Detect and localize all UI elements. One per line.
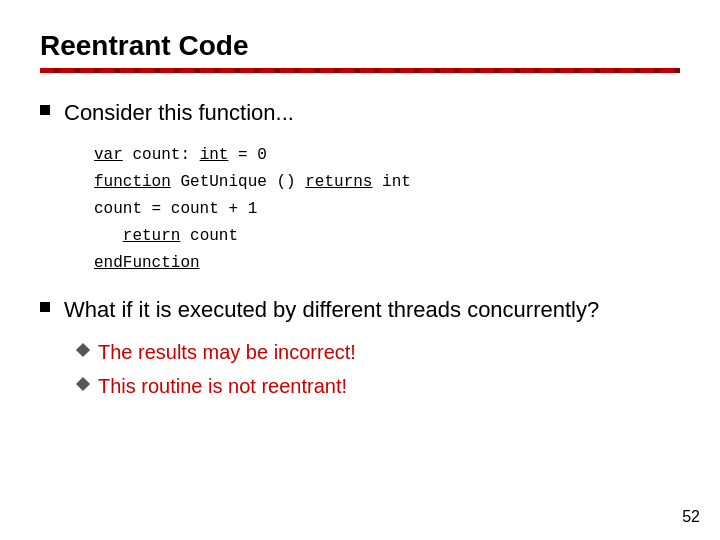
diamond-icon-2 [76,377,90,391]
sub-bullet-2: This routine is not reentrant! [78,372,680,400]
code-line-4: return count [94,223,680,250]
code-return-keyword: return [123,227,181,245]
sub-bullet-1: The results may be incorrect! [78,338,680,366]
code-int-keyword: int [200,146,229,164]
code-line-5: endFunction [94,250,680,277]
main-bullet-2: What if it is executed by different thre… [40,296,680,325]
main-bullet-1: Consider this function... [40,99,680,128]
sub-bullet-2-text: This routine is not reentrant! [98,372,347,400]
code-indent [94,227,113,245]
code-line-3: count = count + 1 [94,196,680,223]
code-function-keyword: function [94,173,171,191]
sub-bullets-list: The results may be incorrect! This routi… [78,338,680,400]
bullet-square-icon [40,105,50,115]
code-endfunction-keyword: endFunction [94,254,200,272]
slide-title: Reentrant Code [40,30,680,62]
bullet-square-icon-2 [40,302,50,312]
code-equals-zero: = 0 [238,146,267,164]
bullet-section-2: What if it is executed by different thre… [40,296,680,401]
code-getunique: GetUnique () [180,173,305,191]
code-returns-keyword: returns [305,173,372,191]
bullet-2-text: What if it is executed by different thre… [64,296,599,325]
slide-number: 52 [682,508,700,526]
bullet-section-1: Consider this function... var count: int… [40,99,680,278]
code-var-keyword: var [94,146,123,164]
diamond-icon-1 [76,343,90,357]
slide: Reentrant Code Consider this function...… [0,0,720,540]
code-return-count: count [190,227,238,245]
title-divider [40,68,680,73]
bullet-1-text: Consider this function... [64,99,294,128]
code-return-type: int [382,173,411,191]
code-count-label: count: [132,146,199,164]
sub-bullet-1-text: The results may be incorrect! [98,338,356,366]
code-block: var count: int = 0 function GetUnique ()… [94,142,680,278]
code-line-2: function GetUnique () returns int [94,169,680,196]
code-line-1: var count: int = 0 [94,142,680,169]
